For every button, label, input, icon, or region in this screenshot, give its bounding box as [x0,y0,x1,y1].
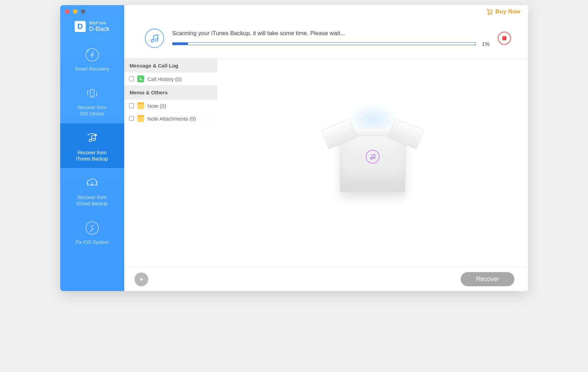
sidebar-item-recover-icloud-backup[interactable]: Recover from iCloud Backup [60,168,124,213]
maximize-window-button[interactable] [81,9,85,14]
category-label: Note (0) [148,103,166,109]
main-area: Buy Now Scanning your iTunes Backup, it … [124,5,528,291]
category-panel: Message & Call Log Call History (0) Memo… [124,59,217,267]
svg-point-2 [92,96,93,96]
category-row-call-history[interactable]: Call History (0) [124,73,217,85]
brand-line1: iMyFone [89,20,109,25]
buy-now-label: Buy Now [495,8,521,15]
recover-button[interactable]: Recover [461,272,514,286]
sidebar-item-recover-itunes-backup[interactable]: Recover from iTunes Backup [60,123,124,168]
nav: Smart Recovery Recover from iOS Device [60,40,124,252]
sidebar-item-smart-recovery[interactable]: Smart Recovery [60,40,124,78]
stop-button[interactable] [498,32,511,45]
wrench-icon [85,220,100,236]
music-disc-icon [366,150,379,164]
svg-point-4 [93,138,95,141]
sidebar-item-label: Recover from iTunes Backup [76,149,108,162]
svg-point-3 [89,139,91,141]
checkbox-note-attachments[interactable] [129,116,134,121]
music-refresh-icon [85,131,100,146]
brand-text: iMyFone D-Back [89,20,109,33]
category-row-note-attachments[interactable]: Note Attachments (0) [124,112,217,125]
minimize-window-button[interactable] [73,9,77,14]
progress-fill [173,43,188,45]
sidebar-item-label: Recover from iOS Device [77,104,106,117]
content: Message & Call Log Call History (0) Memo… [124,59,528,267]
empty-box-illustration [324,134,421,192]
preview-area [217,59,528,267]
category-row-note[interactable]: Note (0) [124,100,217,112]
sidebar-item-recover-ios-device[interactable]: Recover from iOS Device [60,78,124,123]
svg-point-7 [491,14,492,15]
stop-icon [502,36,506,40]
brand-line2: D-Back [89,25,109,33]
itunes-icon [145,29,164,48]
phone-refresh-icon [85,86,100,101]
checkbox-call-history[interactable] [129,76,134,81]
topbar: Buy Now [124,5,528,18]
progress-percent: 1% [482,41,490,47]
progress-center: Scanning your iTunes Backup, it will tak… [172,30,490,47]
arrow-left-icon [138,276,145,282]
category-header-message-call: Message & Call Log [124,59,217,73]
close-window-button[interactable] [65,9,70,14]
progress-area: Scanning your iTunes Backup, it will tak… [124,18,528,59]
category-label: Call History (0) [148,76,182,82]
footer: Recover [124,267,528,291]
progress-bar [172,42,476,45]
cart-icon [486,8,493,16]
category-label: Note Attachments (0) [148,116,196,122]
sidebar-item-fix-ios-system[interactable]: Fix iOS System [60,213,124,251]
back-button[interactable] [135,272,148,286]
progress-message: Scanning your iTunes Backup, it will tak… [172,30,490,37]
category-header-memo-others: Memo & Others [124,85,217,100]
svg-point-5 [86,222,98,235]
sidebar: D iMyFone D-Back Smart Recovery [60,5,124,291]
phone-icon [137,75,144,82]
cloud-download-icon [85,176,100,191]
app-window: D iMyFone D-Back Smart Recovery [60,5,528,291]
checkbox-note[interactable] [129,103,134,108]
note-icon [137,102,144,109]
note-attachment-icon [137,115,144,122]
buy-now-button[interactable]: Buy Now [486,8,521,16]
window-controls [65,9,85,14]
sidebar-item-label: Recover from iCloud Backup [76,194,107,207]
recover-label: Recover [476,276,499,282]
lightning-icon [85,47,100,62]
brand: D iMyFone D-Back [75,11,109,40]
sidebar-item-label: Fix iOS System [75,239,108,245]
svg-point-6 [488,14,489,15]
brand-logo: D [75,21,86,32]
sidebar-item-label: Smart Recovery [75,66,109,72]
